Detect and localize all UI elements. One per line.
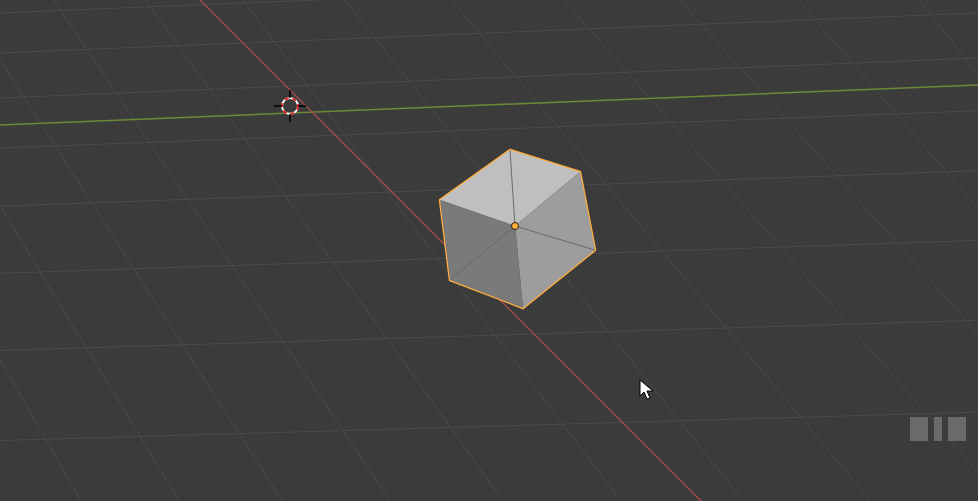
svg-line-21	[0, 0, 115, 501]
svg-line-8	[0, 410, 978, 442]
svg-line-2	[0, 10, 978, 55]
overlay-button-c[interactable]	[948, 417, 966, 441]
overlay-button-a[interactable]	[910, 417, 928, 441]
viewport-overlay-buttons	[910, 417, 966, 441]
svg-line-18	[880, 0, 978, 230]
svg-line-20	[0, 0, 215, 501]
3d-viewport[interactable]	[0, 0, 978, 501]
y-axis	[0, 82, 978, 127]
object-origin	[512, 223, 519, 230]
cube-object[interactable]	[415, 130, 635, 350]
svg-line-10	[20, 0, 430, 501]
svg-line-3	[0, 55, 978, 100]
overlay-button-b[interactable]	[934, 417, 942, 441]
svg-line-19	[0, 0, 320, 501]
svg-line-16	[635, 0, 978, 470]
